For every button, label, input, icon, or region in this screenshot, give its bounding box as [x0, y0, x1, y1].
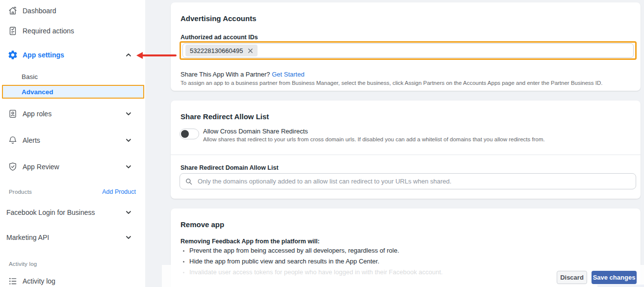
sidebar-item-facebook-login[interactable]: Facebook Login for Business	[0, 205, 145, 220]
sidebar-item-label: Marketing API	[6, 234, 49, 241]
share-redirect-card: Share Redirect Allow List Allow Cross Do…	[171, 101, 641, 199]
sidebar-item-label: App settings	[23, 51, 64, 59]
ad-account-ids-input[interactable]: 532228130660495	[182, 43, 634, 58]
checklist-icon	[7, 25, 19, 37]
ad-account-token-value: 532228130660495	[190, 47, 243, 54]
sidebar-item-label: Basic	[22, 73, 38, 80]
sidebar-item-label: Facebook Login for Business	[6, 209, 95, 216]
add-product-link[interactable]: Add Product	[102, 188, 136, 195]
home-icon	[7, 5, 19, 17]
sidebar-item-basic[interactable]: Basic	[0, 70, 145, 83]
save-changes-button[interactable]: Save changes	[592, 271, 637, 284]
sidebar-item-label: Alerts	[23, 136, 40, 144]
section-divider	[171, 155, 641, 155]
list-icon	[7, 275, 19, 287]
domain-allow-list-input[interactable]	[197, 177, 631, 185]
sidebar-item-required-actions[interactable]: Required actions	[0, 24, 145, 38]
authorized-ad-account-ids-label: Authorized ad account IDs	[180, 34, 258, 41]
sidebar-item-label: Dashboard	[23, 7, 56, 15]
annotation-highlight-box: 532228130660495	[180, 41, 637, 60]
remove-app-bullet: Hide the app from public view and search…	[189, 258, 443, 265]
save-footer-bar: Discard Save changes	[162, 265, 644, 287]
shield-check-icon	[7, 161, 19, 173]
products-section-label: Products	[9, 189, 32, 195]
partner-question-text: Share This App With a Partner?	[180, 71, 270, 78]
remove-app-warning-heading: Removing Feedback App from the platform …	[180, 238, 320, 245]
card-title: Advertising Accounts	[180, 14, 256, 23]
bell-icon	[7, 134, 19, 146]
search-icon	[185, 178, 193, 185]
chevron-down-icon[interactable]	[126, 235, 131, 240]
toggle-knob	[181, 130, 189, 138]
gear-icon	[7, 49, 19, 61]
cross-domain-toggle[interactable]	[180, 129, 199, 139]
sidebar-item-app-roles[interactable]: App roles	[0, 106, 145, 121]
sidebar-item-marketing-api[interactable]: Marketing API	[0, 230, 145, 245]
toggle-description: Allow shares that redirect to your urls …	[203, 136, 545, 142]
sidebar-item-app-settings[interactable]: App settings	[0, 48, 145, 62]
sidebar: Dashboard Required actions App settings …	[0, 0, 145, 287]
remove-app-bullet: Prevent the app from being accessed by a…	[189, 247, 443, 255]
sidebar-item-dashboard[interactable]: Dashboard	[0, 3, 145, 18]
sidebar-item-label: App roles	[23, 110, 52, 118]
domain-allow-list-label: Share Redirect Domain Allow List	[180, 164, 279, 171]
chevron-up-icon[interactable]	[126, 52, 131, 57]
sidebar-item-alerts[interactable]: Alerts	[0, 133, 145, 148]
activity-section-label: Activity log	[9, 261, 37, 267]
chevron-down-icon[interactable]	[126, 164, 131, 169]
sidebar-item-label: Required actions	[23, 27, 74, 35]
sidebar-item-label: Advanced	[22, 88, 53, 96]
close-icon[interactable]	[248, 48, 253, 53]
id-badge-icon	[7, 108, 19, 120]
get-started-link[interactable]: Get Started	[272, 71, 304, 78]
chevron-down-icon[interactable]	[126, 111, 131, 116]
chevron-down-icon[interactable]	[126, 138, 131, 143]
sidebar-item-advanced[interactable]: Advanced	[2, 85, 144, 99]
chevron-down-icon[interactable]	[126, 210, 131, 215]
advertising-accounts-card: Advertising Accounts Authorized ad accou…	[171, 2, 641, 91]
card-title: Remove app	[180, 220, 224, 229]
sidebar-item-label: Activity log	[23, 277, 55, 285]
ad-account-token: 532228130660495	[185, 45, 258, 56]
partner-question: Share This App With a Partner? Get Start…	[180, 71, 305, 78]
card-title: Share Redirect Allow List	[180, 112, 269, 121]
sidebar-item-label: App Review	[23, 163, 59, 171]
sidebar-item-app-review[interactable]: App Review	[0, 159, 145, 174]
partner-description: To assign an app to a business partner f…	[180, 80, 602, 86]
toggle-label: Allow Cross Domain Share Redirects	[203, 128, 308, 135]
domain-allow-list-searchbox	[180, 173, 636, 189]
sidebar-item-activity-log[interactable]: Activity log	[0, 274, 145, 287]
discard-button[interactable]: Discard	[557, 271, 587, 284]
